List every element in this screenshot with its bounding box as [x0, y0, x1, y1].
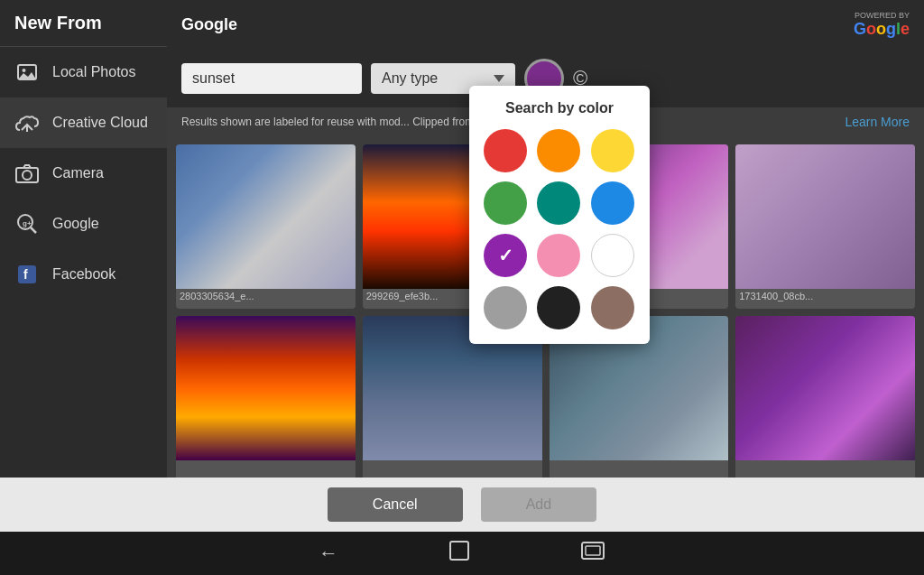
sidebar-item-local-photos[interactable]: Local Photos: [0, 47, 167, 97]
google-logo: Google: [854, 20, 910, 39]
sidebar: New From Local Photos Creative Cloud: [0, 0, 167, 487]
main-title: Google: [181, 15, 237, 34]
type-dropdown-label: Any type: [382, 70, 438, 87]
color-swatch-pink[interactable]: [537, 234, 580, 277]
color-swatch-black[interactable]: [537, 286, 580, 329]
powered-by: POWERED BY Google: [854, 11, 910, 39]
svg-line-7: [31, 227, 36, 233]
grid-label-4: [176, 460, 356, 464]
svg-rect-13: [586, 546, 600, 555]
sidebar-header: New From: [0, 0, 167, 47]
svg-text:g+: g+: [23, 219, 32, 227]
dropdown-arrow-icon: [494, 75, 504, 82]
color-picker-title: Search by color: [484, 100, 635, 116]
color-swatch-gray[interactable]: [484, 286, 527, 329]
nav-bar: ←: [0, 532, 924, 575]
local-photos-icon: [14, 60, 40, 85]
cancel-button[interactable]: Cancel: [328, 487, 463, 522]
back-nav-icon[interactable]: ←: [319, 542, 338, 565]
main-header: Google POWERED BY Google: [167, 0, 924, 50]
add-button[interactable]: Add: [481, 487, 596, 522]
svg-point-1: [23, 69, 26, 72]
grid-label-0: 2803305634_e...: [176, 289, 356, 303]
color-grid: [484, 129, 635, 329]
camera-icon: [14, 161, 40, 186]
grid-label-3: 1731400_08cb...: [735, 289, 915, 303]
recents-nav-icon[interactable]: [580, 541, 605, 566]
grid-image-0: [176, 144, 356, 289]
bottom-bar: Cancel Add: [0, 478, 924, 532]
color-swatch-teal[interactable]: [537, 181, 580, 225]
sidebar-label-local-photos: Local Photos: [52, 64, 136, 80]
sidebar-item-google[interactable]: g+ Google: [0, 199, 167, 249]
color-swatch-red[interactable]: [484, 129, 527, 172]
grid-image-7: [735, 316, 915, 460]
google-icon: g+: [14, 211, 40, 236]
svg-point-5: [23, 171, 32, 180]
color-swatch-green[interactable]: [484, 181, 527, 225]
sidebar-label-facebook: Facebook: [52, 266, 116, 283]
facebook-icon: f: [14, 262, 40, 287]
grid-label-7: [735, 460, 915, 464]
search-input[interactable]: [181, 63, 362, 94]
color-swatch-yellow[interactable]: [591, 129, 634, 172]
home-nav-icon[interactable]: [447, 538, 472, 569]
grid-image-3: [735, 144, 915, 289]
grid-label-6: [550, 460, 729, 464]
sidebar-label-google: Google: [52, 216, 99, 232]
learn-more-link[interactable]: Learn More: [845, 115, 910, 129]
grid-item-7[interactable]: [735, 316, 915, 480]
color-swatch-blue[interactable]: [591, 181, 634, 225]
svg-text:f: f: [23, 267, 28, 282]
creative-cloud-icon: [14, 110, 40, 135]
color-swatch-purple[interactable]: [484, 234, 527, 277]
grid-item-4[interactable]: [176, 316, 356, 480]
sidebar-item-camera[interactable]: Camera: [0, 148, 167, 199]
color-swatch-brown[interactable]: [591, 286, 634, 329]
color-swatch-white[interactable]: [591, 234, 634, 277]
color-swatch-orange[interactable]: [537, 129, 580, 172]
grid-item-3[interactable]: 1731400_08cb...: [735, 144, 915, 309]
sidebar-label-camera: Camera: [52, 165, 104, 181]
svg-rect-11: [450, 542, 468, 560]
grid-label-5: [363, 460, 542, 464]
color-picker-popup: Search by color: [469, 86, 650, 344]
grid-item-0[interactable]: 2803305634_e...: [176, 144, 356, 309]
sidebar-label-creative-cloud: Creative Cloud: [52, 115, 148, 131]
svg-marker-2: [18, 72, 36, 79]
grid-image-4: [176, 316, 356, 460]
sidebar-item-creative-cloud[interactable]: Creative Cloud: [0, 97, 167, 148]
sidebar-item-facebook[interactable]: f Facebook: [0, 249, 167, 300]
